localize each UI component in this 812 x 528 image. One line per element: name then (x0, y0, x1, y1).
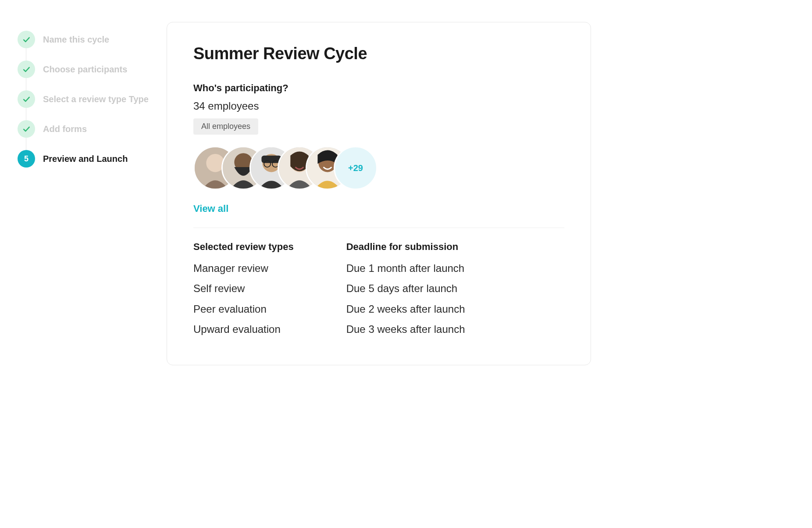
deadline-item: Due 5 days after launch (346, 282, 465, 296)
participating-heading: Who's participating? (193, 82, 564, 94)
divider (193, 228, 564, 228)
review-types-heading: Selected review types (193, 241, 294, 253)
preview-card: Summer Review Cycle Who's participating?… (167, 22, 591, 365)
step-select-review-type[interactable]: Select a review type Type (18, 84, 149, 114)
deadlines-column: Deadline for submission Due 1 month afte… (346, 241, 465, 343)
deadlines-heading: Deadline for submission (346, 241, 465, 253)
segment-chip[interactable]: All employees (193, 118, 258, 135)
step-label: Choose participants (43, 64, 127, 75)
avatar-more-count: +29 (348, 163, 363, 173)
deadline-item: Due 2 weeks after launch (346, 302, 465, 316)
check-icon (18, 90, 35, 108)
step-preview-launch[interactable]: 5 Preview and Launch (18, 144, 149, 174)
step-label: Select a review type Type (43, 94, 149, 104)
review-type-item: Upward evaluation (193, 322, 294, 336)
avatar-more[interactable]: +29 (334, 146, 378, 190)
deadline-item: Due 3 weeks after launch (346, 322, 465, 336)
participant-count: 34 employees (193, 100, 564, 112)
deadline-item: Due 1 month after launch (346, 261, 465, 275)
step-number-badge: 5 (18, 150, 35, 168)
review-type-item: Self review (193, 282, 294, 296)
view-all-link[interactable]: View all (193, 203, 228, 214)
page-wrapper: Name this cycle Choose participants Sele… (0, 0, 609, 392)
check-icon (18, 61, 35, 78)
check-icon (18, 120, 35, 138)
review-types-column: Selected review types Manager review Sel… (193, 241, 294, 343)
review-type-item: Peer evaluation (193, 302, 294, 316)
step-add-forms[interactable]: Add forms (18, 114, 149, 144)
check-icon (18, 31, 35, 48)
wizard-stepper: Name this cycle Choose participants Sele… (18, 22, 149, 365)
step-label: Add forms (43, 124, 87, 134)
avatar-stack: +29 (193, 146, 564, 190)
step-label: Preview and Launch (43, 154, 128, 164)
review-type-item: Manager review (193, 261, 294, 275)
step-label: Name this cycle (43, 35, 109, 45)
summary-columns: Selected review types Manager review Sel… (193, 241, 564, 343)
step-name-cycle[interactable]: Name this cycle (18, 25, 149, 54)
step-choose-participants[interactable]: Choose participants (18, 54, 149, 84)
cycle-title: Summer Review Cycle (193, 44, 564, 63)
